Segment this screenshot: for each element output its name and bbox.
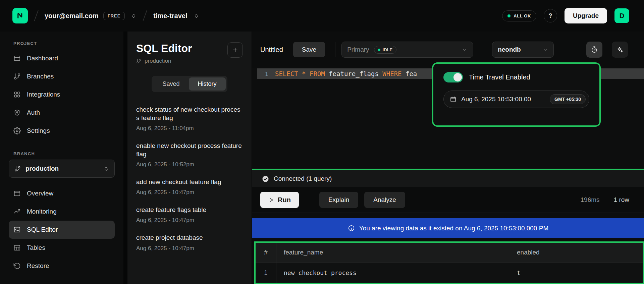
sidebar-item-label: Integrations: [27, 91, 60, 98]
actions-separator: [309, 193, 309, 206]
history-item[interactable]: check status of new checkout process fea…: [136, 100, 243, 136]
main-area: Untitled Save Primary IDLE neondb: [252, 32, 644, 284]
connection-status-text: Connected (1 query): [274, 175, 332, 182]
upgrade-button[interactable]: Upgrade: [565, 8, 607, 23]
tab-saved[interactable]: Saved: [153, 77, 189, 91]
save-button[interactable]: Save: [293, 42, 325, 57]
status-dot: [507, 14, 511, 17]
sidebar-item-overview[interactable]: Overview: [9, 184, 115, 203]
section-label-project: PROJECT: [13, 41, 115, 46]
ai-assist-button[interactable]: [612, 42, 628, 58]
sidebar-item-label: Restore: [27, 262, 49, 270]
help-button[interactable]: ?: [544, 9, 557, 22]
time-travel-datetime-input[interactable]: Aug 6, 2025 10:53:00.00 GMT +05:30: [443, 91, 589, 108]
query-actions-bar: Run Explain Analyze 196ms 1 row: [252, 187, 644, 213]
auth-icon: [13, 109, 21, 116]
breadcrumb-separator: [143, 10, 148, 21]
compute-selector[interactable]: Primary IDLE: [341, 42, 473, 58]
query-metrics: 196ms 1 row: [581, 196, 630, 204]
sql-operator: *: [302, 70, 310, 77]
history-item-title: create feature flags table: [136, 206, 243, 214]
explain-button[interactable]: Explain: [319, 192, 358, 208]
analyze-button[interactable]: Analyze: [364, 192, 405, 208]
history-item[interactable]: add new checkout feature flag Aug 6, 202…: [136, 173, 243, 201]
overview-icon: [13, 190, 21, 197]
history-item-time: Aug 6, 2025 - 11:04pm: [136, 125, 243, 132]
top-bar: your@email.com FREE time-travel ALL OK ?…: [0, 0, 644, 32]
app-body: PROJECT Dashboard Branches Integrations …: [0, 32, 644, 284]
project-selector[interactable]: time-travel: [153, 12, 199, 20]
time-travel-popup: Time Travel Enabled Aug 6, 2025 10:53:00…: [432, 62, 601, 127]
time-travel-button[interactable]: [586, 42, 602, 58]
compute-name: Primary: [347, 46, 369, 53]
sidebar-item-sql-editor[interactable]: SQL Editor: [9, 221, 115, 239]
branch-selector[interactable]: production: [9, 160, 115, 178]
settings-icon: [13, 127, 21, 134]
avatar[interactable]: D: [614, 8, 629, 23]
sql-keyword: WHERE: [382, 70, 406, 77]
sidebar: PROJECT Dashboard Branches Integrations …: [0, 32, 123, 284]
chevrons-up-down-icon: [103, 166, 109, 172]
sidebar-item-monitoring[interactable]: Monitoring: [9, 203, 115, 221]
plan-badge: FREE: [103, 12, 125, 20]
history-list: check status of new checkout process fea…: [136, 100, 243, 257]
sidebar-item-settings[interactable]: Settings: [9, 122, 115, 140]
chevrons-up-down-icon[interactable]: [131, 13, 137, 19]
query-tab-title: Untitled: [260, 46, 283, 54]
chevrons-up-down-icon[interactable]: [194, 13, 199, 19]
sidebar-item-dashboard[interactable]: Dashboard: [9, 49, 115, 67]
sidebar-item-restore[interactable]: Restore: [9, 257, 115, 275]
timezone-badge: GMT +05:30: [550, 94, 586, 104]
chevron-down-icon: [462, 47, 468, 53]
help-icon: ?: [548, 12, 552, 19]
compute-state-label: IDLE: [383, 47, 393, 52]
database-selector[interactable]: neondb: [492, 42, 554, 58]
history-item-time: Aug 6, 2025 - 10:47pm: [136, 189, 243, 196]
run-button[interactable]: Run: [260, 192, 299, 208]
saved-history-tabs: Saved History: [152, 76, 227, 92]
history-item-time: Aug 6, 2025 - 10:52pm: [136, 161, 243, 168]
sidebar-item-branches[interactable]: Branches: [9, 67, 115, 86]
stopwatch-icon: [591, 46, 598, 53]
tab-history[interactable]: History: [189, 77, 226, 91]
panel-title: SQL Editor: [136, 42, 192, 55]
sparkles-icon: [616, 46, 624, 53]
monitoring-icon: [13, 208, 21, 215]
history-item[interactable]: create feature flags table Aug 6, 2025 -…: [136, 201, 243, 228]
database-name: neondb: [498, 46, 521, 53]
time-travel-toggle[interactable]: [443, 72, 463, 82]
time-travel-toggle-label: Time Travel Enabled: [469, 73, 530, 81]
history-item[interactable]: create project database Aug 6, 2025 - 10…: [136, 228, 243, 256]
history-item-title: create project database: [136, 233, 243, 242]
new-query-button[interactable]: [227, 42, 243, 58]
branch-selector-value: production: [25, 165, 59, 172]
neon-logo[interactable]: [12, 8, 28, 23]
connection-status-bar: Connected (1 query): [252, 170, 644, 187]
toolbar-separator: [335, 42, 335, 57]
banner-text: You are viewing data as it existed on Au…: [359, 225, 548, 232]
table-row: 1 new_checkout_process t: [256, 262, 643, 283]
history-item-time: Aug 6, 2025 - 10:47pm: [136, 245, 243, 252]
restore-icon: [13, 262, 21, 270]
branch-icon: [136, 58, 142, 64]
sidebar-item-auth[interactable]: Auth: [9, 104, 115, 122]
account-selector[interactable]: your@email.com FREE: [45, 12, 137, 20]
status-badge[interactable]: ALL OK: [502, 10, 536, 21]
line-number: 1: [257, 70, 268, 77]
breadcrumb-separator: [34, 10, 39, 21]
chevron-down-icon: [542, 47, 548, 53]
sidebar-item-integrations[interactable]: Integrations: [9, 86, 115, 104]
results-table: # feature_name enabled 1 new_checkout_pr…: [254, 241, 644, 284]
history-item-title: enable new checkout process feature flag: [136, 141, 243, 158]
sidebar-item-label: Branches: [27, 73, 54, 80]
sidebar-item-tables[interactable]: Tables: [9, 239, 115, 257]
results-header-row: # feature_name enabled: [256, 243, 643, 262]
sidebar-item-label: Dashboard: [27, 55, 58, 62]
run-label: Run: [278, 196, 291, 204]
check-circle-icon: [262, 175, 269, 183]
history-item[interactable]: enable new checkout process feature flag…: [136, 136, 243, 173]
branches-icon: [13, 73, 21, 80]
cell-enabled: t: [508, 263, 643, 283]
time-travel-datetime-value: Aug 6, 2025 10:53:00.00: [461, 96, 531, 103]
tables-icon: [13, 244, 21, 251]
